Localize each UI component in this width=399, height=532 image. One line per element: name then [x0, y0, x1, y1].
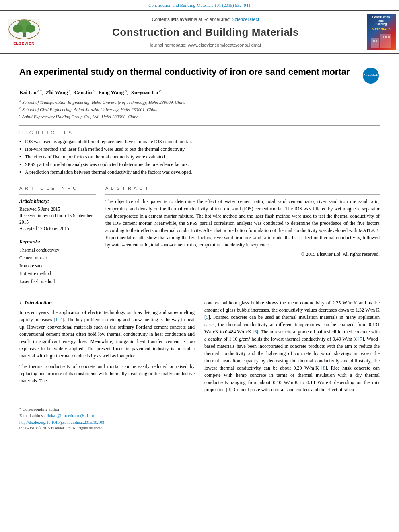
- sciencedirect-anchor[interactable]: ScienceDirect: [232, 17, 259, 22]
- email-link[interactable]: liukai@hfut.edu.cn (K. Liu).: [47, 413, 95, 418]
- journal-cover-area: Construction and Building MATERIALS: [363, 11, 399, 53]
- received-date: Received 5 June 2015 Received in revised…: [19, 206, 96, 232]
- authors-line: Kai Liu a,*, Zhi Wang a, Can Jin a, Fang…: [19, 88, 380, 97]
- author-4: Fang Wang: [99, 90, 124, 96]
- intro-p2: The thermal conductivity of concrete and…: [19, 363, 195, 384]
- svg-rect-6: [371, 38, 379, 48]
- keyword-3: Iron ore sand: [19, 262, 96, 270]
- ref-1-4[interactable]: 1–4: [56, 317, 63, 322]
- divider-1: [19, 125, 380, 126]
- cover-materials: MATERIALS: [372, 27, 390, 31]
- cover-graphic: [369, 32, 393, 48]
- author-3-sup: a: [92, 89, 95, 93]
- intro-p1: In recent years, the application of elec…: [19, 309, 195, 359]
- divider-3: [19, 292, 380, 292]
- svg-point-3: [13, 25, 23, 33]
- ref-9[interactable]: 9: [228, 387, 230, 392]
- svg-rect-11: [385, 36, 387, 38]
- body-col-right: concrete without glass bubble shows the …: [204, 299, 380, 396]
- doi-text: Construction and Building Materials 101 …: [148, 3, 251, 8]
- ref-6[interactable]: 6: [254, 329, 257, 335]
- elsevier-logo-area: ELSEVIER: [0, 11, 48, 53]
- affil-b: b School of Civil Engineering, Anhui Jia…: [19, 105, 380, 113]
- svg-rect-8: [373, 40, 375, 42]
- journal-homepage: journal homepage: www.elsevier.com/locat…: [150, 42, 261, 48]
- keyword-2: Cement mortar: [19, 254, 96, 262]
- article-title: An experimental study on thermal conduct…: [19, 66, 362, 78]
- author-5-sup: c: [158, 89, 161, 93]
- author-1-sup: a,*: [37, 89, 42, 93]
- article-content: An experimental study on thermal conduct…: [0, 54, 399, 396]
- highlight-4: SPSS partial correlation analysis was co…: [19, 161, 380, 168]
- crossmark-badge[interactable]: CrossMark: [362, 66, 380, 84]
- crossmark-icon: CrossMark: [363, 68, 379, 84]
- divider-2: [19, 181, 380, 181]
- ref-8[interactable]: 8: [323, 365, 325, 371]
- highlights-heading: H I G H L I G H T S: [19, 130, 380, 136]
- journal-cover: Construction and Building MATERIALS: [367, 14, 396, 50]
- svg-rect-12: [388, 36, 390, 38]
- affil-c: c Anhui Expressway Holding Group Co., Lt…: [19, 113, 380, 120]
- corresponding-note: * Corresponding author.: [19, 407, 380, 413]
- abstract-copyright: © 2015 Elsevier Ltd. All rights reserved…: [105, 251, 380, 258]
- abstract-col: A B S T R A C T The objective of this pa…: [105, 185, 380, 286]
- info-abstract-area: A R T I C L E I N F O Article history: R…: [19, 185, 380, 286]
- author-2: Zhi Wang: [46, 90, 68, 96]
- journal-header-center: Contents lists available at ScienceDirec…: [48, 11, 363, 53]
- keyword-4: Hot-wire method: [19, 270, 96, 278]
- homepage-url[interactable]: www.elsevier.com/locate/conbuildmat: [188, 43, 261, 47]
- author-4-sup: b: [124, 89, 127, 93]
- article-info-heading: A R T I C L E I N F O: [19, 185, 96, 191]
- ref-5[interactable]: 5: [206, 314, 208, 320]
- ref-7[interactable]: 7: [360, 336, 362, 342]
- journal-header: ELSEVIER Contents lists available at Sci…: [0, 10, 399, 54]
- highlight-3: The effects of five major factors on the…: [19, 154, 380, 160]
- page-footer: * Corresponding author. E-mail address: …: [0, 403, 399, 434]
- highlights-section: H I G H L I G H T S IOS was used as aggr…: [19, 130, 380, 175]
- svg-point-4: [26, 25, 35, 33]
- email-note: E-mail address: liukai@hfut.edu.cn (K. L…: [19, 413, 380, 419]
- body-col-left: 1. Introduction In recent years, the app…: [19, 299, 195, 396]
- keyword-5: Laser flash method: [19, 278, 96, 286]
- svg-rect-10: [383, 36, 384, 38]
- abstract-divider: [105, 194, 380, 195]
- elsevier-text: ELSEVIER: [13, 41, 35, 46]
- journal-title: Construction and Building Materials: [112, 25, 299, 39]
- page: Construction and Building Materials 101 …: [0, 0, 399, 532]
- highlight-5: A prediction formulation between thermal…: [19, 169, 380, 176]
- author-3: Can Jin: [74, 90, 92, 96]
- abstract-text: The objective of this paper is to determ…: [105, 198, 380, 249]
- elsevier-tree-icon: [8, 19, 40, 40]
- history-label: Article history:: [19, 198, 96, 205]
- keywords-divider: [19, 235, 96, 235]
- footer-issn: 0950-0618/© 2015 Elsevier Ltd. All right…: [19, 425, 380, 431]
- intro-p3: concrete without glass bubble shows the …: [204, 299, 380, 393]
- author-2-sup: a: [68, 89, 70, 93]
- highlight-1: IOS was used as aggregate at different r…: [19, 138, 380, 145]
- sciencedirect-link: Contents lists available at ScienceDirec…: [152, 16, 259, 23]
- author-1: Kai Liu: [19, 90, 37, 96]
- cover-line1: Construction and Building: [372, 16, 390, 26]
- keywords-list: Thermal conductivity Cement mortar Iron …: [19, 246, 96, 286]
- abstract-heading: A B S T R A C T: [105, 185, 380, 191]
- affiliations: a School of Transportation Engineering, …: [19, 98, 380, 120]
- doi-bar: Construction and Building Materials 101 …: [0, 0, 399, 10]
- elsevier-logo: ELSEVIER: [8, 19, 40, 46]
- author-5: Xueyuan Lu: [131, 90, 158, 96]
- affil-a: a School of Transportation Engineering, …: [19, 98, 380, 105]
- keywords-label: Keywords:: [19, 238, 96, 245]
- body-area: 1. Introduction In recent years, the app…: [19, 299, 380, 396]
- homepage-label: journal homepage:: [150, 43, 187, 47]
- highlight-2: Hot-wire method and laser flash method w…: [19, 146, 380, 153]
- highlights-list: IOS was used as aggregate at different r…: [19, 138, 380, 175]
- article-info-col: A R T I C L E I N F O Article history: R…: [19, 185, 96, 286]
- keyword-1: Thermal conductivity: [19, 246, 96, 255]
- intro-heading: 1. Introduction: [19, 299, 195, 306]
- svg-rect-9: [376, 40, 377, 42]
- footer-doi[interactable]: http://dx.doi.org/10.1016/j.conbuildmat.…: [19, 420, 380, 425]
- doi-link[interactable]: http://dx.doi.org/10.1016/j.conbuildmat.…: [19, 420, 104, 425]
- info-divider: [19, 194, 96, 195]
- article-title-area: An experimental study on thermal conduct…: [19, 66, 380, 84]
